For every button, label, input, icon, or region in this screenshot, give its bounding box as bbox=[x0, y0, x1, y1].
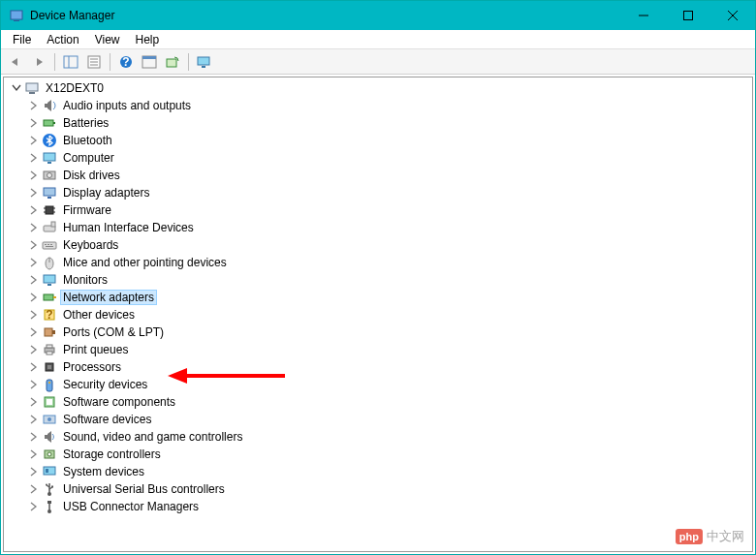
tree-item-label: Storage controllers bbox=[60, 447, 164, 462]
expand-icon[interactable] bbox=[27, 500, 41, 513]
expand-icon[interactable] bbox=[27, 169, 41, 182]
expand-icon[interactable] bbox=[27, 482, 41, 496]
expand-icon[interactable] bbox=[27, 273, 41, 287]
minimize-button[interactable] bbox=[621, 1, 666, 30]
svg-rect-56 bbox=[47, 352, 52, 355]
expand-icon[interactable] bbox=[27, 99, 41, 112]
expand-icon[interactable] bbox=[27, 430, 41, 444]
port-icon bbox=[42, 324, 57, 340]
svg-rect-65 bbox=[45, 435, 47, 439]
expand-icon[interactable] bbox=[27, 221, 41, 234]
expand-icon[interactable] bbox=[27, 395, 41, 409]
tree-item-security[interactable]: Security devices bbox=[4, 376, 752, 393]
monitor2-icon bbox=[42, 272, 57, 288]
expand-icon[interactable] bbox=[27, 378, 41, 391]
tree-item-label: Computer bbox=[60, 150, 117, 166]
tree-item-sound[interactable]: Sound, video and game controllers bbox=[4, 428, 752, 446]
toolbar-forward-button[interactable] bbox=[28, 51, 49, 73]
expand-icon[interactable] bbox=[27, 238, 41, 252]
tree-item-display[interactable]: Display adapters bbox=[4, 184, 752, 201]
tree-item-swdev[interactable]: Software devices bbox=[4, 411, 752, 428]
tree-item-storage[interactable]: Storage controllers bbox=[4, 446, 752, 463]
expand-icon[interactable] bbox=[27, 447, 41, 461]
svg-rect-62 bbox=[47, 399, 52, 405]
maximize-button[interactable] bbox=[666, 1, 710, 30]
svg-point-29 bbox=[47, 173, 52, 178]
usbconn-icon bbox=[42, 499, 57, 514]
tree-item-label: Batteries bbox=[60, 115, 111, 131]
svg-rect-47 bbox=[47, 284, 51, 286]
tree-item-mice[interactable]: Mice and other pointing devices bbox=[4, 254, 752, 271]
disk-icon bbox=[42, 168, 57, 183]
tree-item-disk[interactable]: Disk drives bbox=[4, 167, 752, 184]
toolbar-back-button[interactable] bbox=[5, 51, 26, 73]
tree-item-proc[interactable]: Processors bbox=[4, 358, 752, 376]
tree-item-monitors[interactable]: Monitors bbox=[4, 271, 752, 289]
tree-item-printq[interactable]: Print queues bbox=[4, 341, 752, 358]
expand-icon[interactable] bbox=[27, 151, 41, 165]
tree-item-label: Network adapters bbox=[60, 290, 157, 305]
expand-icon[interactable] bbox=[27, 116, 41, 130]
expand-icon[interactable] bbox=[27, 465, 41, 478]
toolbar-actions-button[interactable] bbox=[139, 51, 160, 73]
tree-item-swcomp[interactable]: Software components bbox=[4, 393, 752, 411]
menu-action[interactable]: Action bbox=[39, 31, 86, 48]
expand-icon[interactable] bbox=[27, 186, 41, 200]
expand-icon[interactable] bbox=[27, 413, 41, 426]
tree-item-computer[interactable]: Computer bbox=[4, 149, 752, 167]
svg-rect-19 bbox=[26, 83, 38, 91]
menu-view[interactable]: View bbox=[87, 31, 128, 48]
expand-icon[interactable] bbox=[27, 203, 41, 217]
svg-point-60 bbox=[48, 382, 50, 384]
tree-item-batteries[interactable]: Batteries bbox=[4, 114, 752, 132]
tree-item-hid[interactable]: Human Interface Devices bbox=[4, 219, 752, 236]
svg-rect-38 bbox=[51, 222, 55, 227]
tree-root[interactable]: X12DEXT0 bbox=[4, 79, 752, 97]
expand-icon[interactable] bbox=[27, 308, 41, 322]
tree-item-bluetooth[interactable]: Bluetooth bbox=[4, 132, 752, 149]
collapse-icon[interactable] bbox=[10, 81, 23, 95]
svg-rect-3 bbox=[684, 12, 693, 20]
tree-item-label: Software components bbox=[60, 394, 178, 410]
keyboard-icon bbox=[42, 237, 57, 253]
titlebar[interactable]: Device Manager bbox=[1, 1, 755, 30]
tree-item-usbconn[interactable]: USB Connector Managers bbox=[4, 498, 752, 515]
svg-rect-31 bbox=[47, 197, 51, 199]
toolbar-scan-button[interactable] bbox=[162, 51, 183, 73]
menu-file[interactable]: File bbox=[5, 31, 39, 48]
tree-item-label: Disk drives bbox=[60, 168, 123, 183]
svg-point-72 bbox=[47, 492, 51, 496]
toolbar-properties-button[interactable] bbox=[83, 51, 105, 73]
expand-icon[interactable] bbox=[27, 360, 41, 374]
menu-help[interactable]: Help bbox=[128, 31, 168, 48]
svg-point-68 bbox=[47, 452, 51, 456]
toolbar-separator bbox=[188, 53, 189, 71]
mouse-icon bbox=[42, 255, 57, 270]
svg-rect-43 bbox=[46, 246, 53, 247]
close-button[interactable] bbox=[710, 1, 755, 30]
toolbar-help-button[interactable]: ? bbox=[115, 51, 137, 73]
expand-icon[interactable] bbox=[27, 325, 41, 339]
usb-icon bbox=[42, 481, 57, 497]
chip-icon bbox=[42, 202, 57, 218]
toolbar-showhide-button[interactable] bbox=[60, 51, 81, 73]
tree-item-label: Other devices bbox=[60, 307, 138, 323]
expand-icon[interactable] bbox=[27, 256, 41, 269]
toolbar-devices-button[interactable] bbox=[194, 51, 215, 73]
tree-item-keyboards[interactable]: Keyboards bbox=[4, 236, 752, 254]
tree-item-system[interactable]: System devices bbox=[4, 463, 752, 480]
tree-item-usb[interactable]: Universal Serial Bus controllers bbox=[4, 480, 752, 498]
tree-item-other[interactable]: ?Other devices bbox=[4, 306, 752, 324]
tree-item-audio[interactable]: Audio inputs and outputs bbox=[4, 97, 752, 114]
device-tree[interactable]: X12DEXT0 Audio inputs and outputsBatteri… bbox=[3, 77, 753, 552]
svg-rect-0 bbox=[11, 11, 22, 19]
tree-item-ports[interactable]: Ports (COM & LPT) bbox=[4, 324, 752, 341]
svg-rect-55 bbox=[47, 345, 52, 348]
svg-rect-16 bbox=[167, 59, 176, 67]
tree-item-label: USB Connector Managers bbox=[60, 499, 202, 514]
expand-icon[interactable] bbox=[27, 134, 41, 147]
expand-icon[interactable] bbox=[27, 291, 41, 304]
tree-item-network[interactable]: Network adapters bbox=[4, 289, 752, 306]
expand-icon[interactable] bbox=[27, 343, 41, 356]
tree-item-firmware[interactable]: Firmware bbox=[4, 201, 752, 219]
